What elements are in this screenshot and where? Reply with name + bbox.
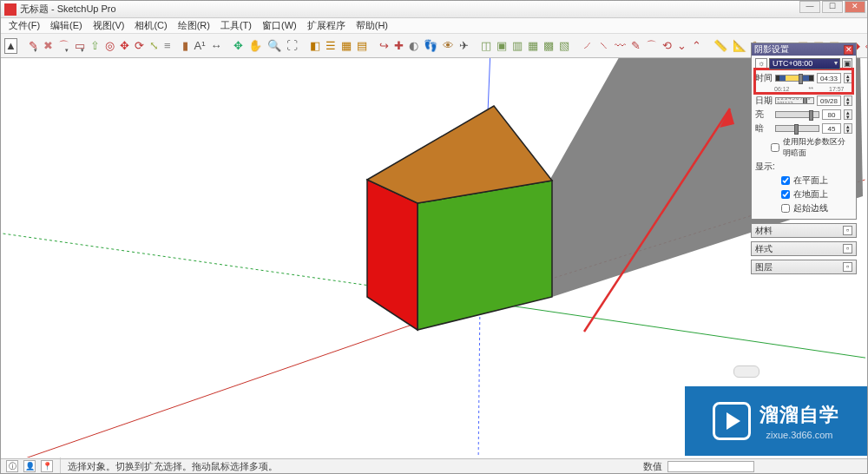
status-info-icon[interactable]: ⓘ — [6, 460, 18, 472]
dark-value[interactable]: 45 — [822, 123, 841, 134]
sandbox-1[interactable]: ⟋ — [581, 38, 594, 54]
menu-edit[interactable]: 编辑(E) — [48, 18, 85, 33]
select-tool[interactable]: ▲ — [4, 38, 17, 54]
shapes-tool[interactable]: ▭ — [74, 38, 86, 54]
scale-tool[interactable]: ⤡ — [148, 38, 160, 54]
move-tool[interactable]: ✥ — [119, 38, 130, 54]
date-slider[interactable]: 1 2 3 4 5 6 7 8 9 101112 — [775, 97, 814, 104]
style-xray-icon[interactable]: ◫ — [480, 38, 492, 54]
expand-icon[interactable]: ▫ — [843, 262, 852, 272]
status-geo-icon[interactable]: 📍 — [41, 460, 53, 472]
sandbox-6[interactable]: ⟲ — [661, 38, 673, 54]
sandbox-3[interactable]: 〰 — [614, 38, 627, 54]
component-icon[interactable]: ▦ — [340, 38, 352, 54]
menu-plugins[interactable]: 扩展程序 — [305, 18, 348, 33]
dark-stepper[interactable]: ▴▾ — [844, 123, 852, 134]
date-stepper[interactable]: ▴▾ — [844, 95, 852, 106]
display-from-edges-checkbox[interactable] — [781, 204, 790, 213]
arc-tool[interactable]: ⌒ — [57, 38, 70, 54]
style-shaded-icon[interactable]: ▦ — [527, 38, 539, 54]
followme-tool[interactable]: ↪ — [378, 38, 390, 54]
minimize-button[interactable]: — — [799, 1, 820, 13]
style-wire-icon[interactable]: ▣ — [496, 38, 508, 54]
expand-icon[interactable]: ▫ — [843, 244, 852, 253]
style-textured-icon[interactable]: ▩ — [542, 38, 555, 54]
tape-3[interactable]: 📐 — [732, 38, 747, 54]
use-sun-checkbox[interactable] — [771, 143, 779, 152]
viewport-nub[interactable] — [733, 365, 760, 378]
svg-line-1 — [478, 301, 480, 458]
sandbox-7[interactable]: ⌄ — [676, 38, 687, 54]
light-slider[interactable] — [775, 111, 819, 118]
date-value[interactable]: 09/28 — [817, 95, 841, 106]
layers-panel[interactable]: 图层 ▫ — [751, 260, 857, 274]
sandbox-4[interactable]: ✎ — [630, 38, 641, 54]
light-value[interactable]: 80 — [822, 109, 841, 120]
solid-2[interactable]: ◇ — [865, 38, 868, 54]
menu-tools[interactable]: 工具(T) — [218, 18, 254, 33]
menu-help[interactable]: 帮助(H) — [353, 18, 391, 33]
maximize-button[interactable]: ☐ — [822, 1, 843, 13]
display-on-faces-label: 在平面上 — [793, 174, 828, 187]
pencil-tool[interactable]: ✎ — [28, 38, 39, 54]
dimension-tool[interactable]: ↔ — [209, 38, 222, 54]
shadow-toggle-icon[interactable]: ☼ — [755, 58, 767, 69]
axes-tool[interactable]: ✚ — [393, 38, 404, 54]
position-camera-tool[interactable]: ✈ — [458, 38, 470, 54]
paint-tool[interactable]: ▮ — [181, 38, 189, 54]
outliner-icon[interactable]: ☰ — [325, 38, 337, 54]
pan-tool[interactable]: ✋ — [247, 38, 263, 54]
panel-close-icon[interactable]: ✕ — [844, 45, 853, 55]
shadow-panel-header[interactable]: 阴影设置 ✕ — [752, 43, 856, 56]
section-tool[interactable]: ◧ — [309, 38, 321, 54]
status-user-icon[interactable]: 👤 — [23, 460, 36, 472]
layers-icon[interactable]: ▤ — [356, 38, 368, 54]
styles-panel[interactable]: 样式 ▫ — [751, 241, 857, 256]
text-tool[interactable]: A¹ — [193, 38, 206, 54]
zoom-tool[interactable]: 🔍 — [266, 38, 282, 54]
menu-draw[interactable]: 绘图(R) — [175, 18, 213, 33]
dark-slider[interactable] — [775, 125, 819, 132]
close-button[interactable]: ✕ — [845, 1, 865, 13]
timezone-select[interactable]: UTC+08:00 — [769, 58, 840, 69]
offset-tool[interactable]: ◎ — [104, 38, 115, 54]
sandbox-5[interactable]: ⌒ — [645, 38, 658, 54]
tape-tool[interactable]: ≡ — [163, 38, 172, 54]
menu-view[interactable]: 视图(V) — [90, 18, 128, 33]
materials-panel-title: 材料 — [755, 225, 773, 237]
menu-camera[interactable]: 相机(C) — [132, 18, 169, 33]
style-mono-icon[interactable]: ▧ — [558, 38, 570, 54]
expand-icon[interactable]: ▫ — [843, 226, 852, 235]
menu-window[interactable]: 窗口(W) — [260, 18, 299, 33]
materials-panel[interactable]: 材料 ▫ — [751, 223, 857, 238]
sandbox-2[interactable]: ⟍ — [597, 38, 610, 54]
date-label: 日期 — [755, 95, 773, 107]
time-value[interactable]: 04:33 — [817, 73, 841, 83]
eraser-tool[interactable]: ✖ — [43, 38, 54, 54]
orbit-tool[interactable]: ✥ — [233, 38, 244, 54]
pushpull-tool[interactable]: ⇧ — [89, 38, 101, 54]
light-stepper[interactable]: ▴▾ — [844, 109, 852, 120]
menu-file[interactable]: 文件(F) — [6, 18, 43, 33]
rotate-tool[interactable]: ⟳ — [134, 38, 145, 54]
walk-tool[interactable]: 👣 — [423, 38, 438, 54]
window-title: 无标题 - SketchUp Pro — [20, 3, 116, 16]
shadow-panel: 阴影设置 ✕ ☼ UTC+08:00 ▣ 时间 04:33 ▴▾ 06: — [751, 43, 857, 220]
svg-line-2 — [480, 301, 865, 359]
svg-marker-7 — [418, 181, 552, 330]
vcb-input[interactable] — [667, 461, 754, 472]
display-on-faces-checkbox[interactable] — [781, 176, 790, 185]
style-hidden-icon[interactable]: ▥ — [511, 38, 523, 54]
display-on-ground-checkbox[interactable] — [781, 190, 790, 199]
time-slider[interactable] — [775, 75, 814, 82]
status-hint: 选择对象。切换到扩充选择。拖动鼠标选择多项。 — [68, 460, 278, 473]
styles-panel-title: 样式 — [755, 243, 773, 255]
protractor-tool[interactable]: ◐ — [408, 38, 419, 54]
look-tool[interactable]: 👁 — [442, 38, 455, 54]
zoom-extents-tool[interactable]: ⛶ — [286, 38, 299, 54]
tape-2[interactable]: 📏 — [713, 38, 728, 54]
panel-expand-icon[interactable]: ▣ — [842, 58, 852, 69]
sandbox-8[interactable]: ⌃ — [691, 38, 702, 54]
time-stepper[interactable]: ▴▾ — [844, 73, 852, 83]
display-label: 显示: — [755, 161, 852, 173]
